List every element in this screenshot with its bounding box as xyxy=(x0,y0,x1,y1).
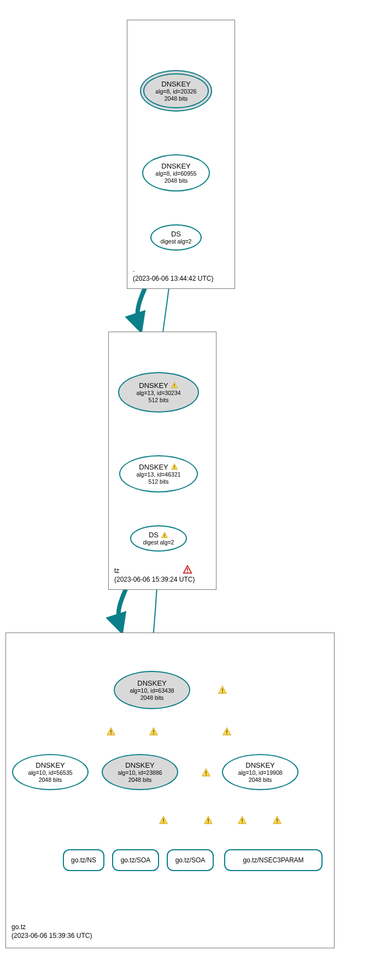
node-gotz-k2[interactable]: DNSKEY alg=10, id=56535 2048 bits xyxy=(12,754,89,790)
svg-rect-2 xyxy=(174,466,174,468)
svg-rect-17 xyxy=(206,774,207,775)
zone-tz-ts: (2023-06-06 15:39:24 UTC) xyxy=(114,575,195,584)
svg-rect-16 xyxy=(206,771,207,774)
svg-rect-24 xyxy=(277,819,278,821)
svg-rect-22 xyxy=(242,819,243,821)
svg-rect-3 xyxy=(174,468,174,469)
node-gotz-ksk[interactable]: DNSKEY alg=10, id=63438 2048 bits xyxy=(114,671,190,709)
warning-icon xyxy=(272,815,282,825)
svg-rect-25 xyxy=(277,822,278,823)
svg-rect-4 xyxy=(164,534,165,536)
dnssec-graph-canvas: . (2023-06-06 13:44:42 UTC) DNSKEY alg=8… xyxy=(0,0,369,980)
svg-rect-1 xyxy=(174,387,174,387)
node-sub1: alg=8, id=20326 xyxy=(155,88,196,95)
warning-icon xyxy=(171,463,178,471)
warning-icon xyxy=(149,727,159,737)
svg-rect-7 xyxy=(187,571,188,572)
node-sub2: 2048 bits xyxy=(165,95,188,102)
node-rr-soa2[interactable]: go.tz/SOA xyxy=(167,849,214,871)
warning-icon xyxy=(171,381,178,389)
node-rr-soa1[interactable]: go.tz/SOA xyxy=(112,849,159,871)
svg-rect-5 xyxy=(164,536,165,537)
warning-icon xyxy=(161,531,168,539)
svg-rect-11 xyxy=(110,733,112,734)
node-tz-zsk[interactable]: DNSKEY alg=13, id=46321 512 bits xyxy=(119,455,198,492)
zone-root-name: . xyxy=(133,265,213,274)
svg-rect-19 xyxy=(163,822,164,823)
node-rr-ns[interactable]: go.tz/NS xyxy=(63,849,104,871)
node-root-zsk[interactable]: DNSKEY alg=8, id=60955 2048 bits xyxy=(142,154,210,192)
svg-rect-6 xyxy=(187,568,188,571)
zone-gotz-name: go.tz xyxy=(11,923,92,931)
svg-rect-13 xyxy=(153,733,154,734)
node-tz-ds[interactable]: DS digest alg=2 xyxy=(130,525,187,552)
node-title: DNSKEY xyxy=(161,80,190,88)
svg-rect-14 xyxy=(226,730,227,733)
svg-rect-18 xyxy=(163,819,164,821)
svg-rect-21 xyxy=(208,822,209,823)
node-rr-nsec3[interactable]: go.tz/NSEC3PARAM xyxy=(224,849,323,871)
svg-rect-10 xyxy=(110,730,112,733)
warning-icon xyxy=(222,727,232,737)
node-gotz-k3[interactable]: DNSKEY alg=10, id=23886 2048 bits xyxy=(102,754,178,790)
warning-icon xyxy=(201,768,211,778)
node-gotz-k4[interactable]: DNSKEY alg=10, id=19908 2048 bits xyxy=(222,754,298,790)
svg-rect-15 xyxy=(226,733,227,734)
svg-rect-23 xyxy=(242,822,243,823)
node-root-ds[interactable]: DS digest alg=2 xyxy=(150,224,202,251)
warning-icon xyxy=(237,815,247,825)
warning-icon xyxy=(106,727,116,737)
zone-root-ts: (2023-06-06 13:44:42 UTC) xyxy=(133,274,213,283)
zone-gotz-ts: (2023-06-06 15:39:36 UTC) xyxy=(11,931,92,940)
warning-icon xyxy=(159,815,168,825)
warning-icon xyxy=(218,685,227,695)
error-icon xyxy=(183,565,192,575)
warning-icon xyxy=(203,815,213,825)
svg-rect-8 xyxy=(222,688,223,691)
svg-rect-9 xyxy=(222,692,223,693)
node-root-ksk[interactable]: DNSKEY alg=8, id=20326 2048 bits xyxy=(140,70,212,112)
svg-rect-0 xyxy=(174,384,174,386)
svg-rect-20 xyxy=(208,819,209,821)
node-tz-ksk[interactable]: DNSKEY alg=13, id=30234 512 bits xyxy=(118,372,199,413)
svg-rect-12 xyxy=(153,730,154,733)
